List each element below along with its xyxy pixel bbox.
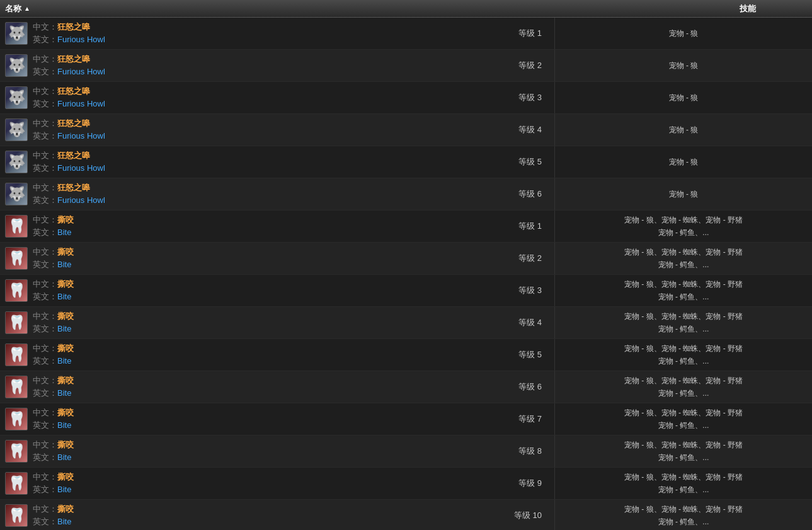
row-icon: 🐺 [5, 86, 28, 109]
row-level: 等级 2 [441, 60, 554, 71]
row-en-name: 英文：Bite [33, 420, 74, 431]
row-name-text: 中文：撕咬 英文：Bite [33, 407, 74, 431]
row-name-area: 🦷 中文：撕咬 英文：Bite [0, 435, 441, 467]
row-name-area: 🐺 中文：狂怒之嗥 英文：Furious Howl [0, 178, 441, 210]
row-icon: 🦷 [5, 279, 28, 302]
en-label: 英文： [33, 163, 57, 173]
en-value: Furious Howl [57, 131, 105, 141]
row-icon: 🦷 [5, 247, 28, 270]
table-row[interactable]: 🐺 中文：狂怒之嗥 英文：Furious Howl 等级 4 宠物 - 狼 [0, 114, 812, 146]
table-row[interactable]: 🐺 中文：狂怒之嗥 英文：Furious Howl 等级 6 宠物 - 狼 [0, 178, 812, 210]
row-icon: 🐺 [5, 118, 28, 141]
table-row[interactable]: 🦷 中文：撕咬 英文：Bite 等级 9 宠物 - 狼、宠物 - 蜘蛛、宠物 -… [0, 468, 812, 500]
en-value: Furious Howl [57, 163, 105, 173]
row-level: 等级 7 [441, 413, 554, 425]
row-name-text: 中文：撕咬 英文：Bite [33, 375, 74, 399]
zh-label: 中文： [33, 343, 57, 353]
row-name-text: 中文：撕咬 英文：Bite [33, 311, 74, 335]
zh-label: 中文： [33, 118, 57, 128]
row-en-name: 英文：Bite [33, 355, 74, 367]
row-zh-name: 中文：撕咬 [33, 246, 74, 258]
row-zh-name: 中文：撕咬 [33, 343, 74, 354]
row-en-name: 英文：Furious Howl [33, 130, 105, 142]
row-icon: 🐺 [5, 22, 28, 45]
row-level: 等级 6 [441, 188, 554, 200]
row-icon: 🦷 [5, 504, 28, 527]
row-skill: 宠物 - 狼 [555, 89, 812, 107]
header-name-label: 名称 [5, 3, 21, 14]
en-value: Furious Howl [57, 67, 105, 76]
row-name-text: 中文：撕咬 英文：Bite [33, 504, 74, 527]
row-name-area: 🦷 中文：撕咬 英文：Bite [0, 210, 441, 242]
table-row[interactable]: 🦷 中文：撕咬 英文：Bite 等级 2 宠物 - 狼、宠物 - 蜘蛛、宠物 -… [0, 243, 812, 275]
row-zh-name: 中文：撕咬 [33, 471, 74, 483]
header-name-col[interactable]: 名称 ▲ [0, 3, 683, 14]
row-level: 等级 9 [441, 478, 554, 489]
zh-value: 撕咬 [57, 504, 74, 514]
row-en-name: 英文：Bite [33, 452, 74, 463]
row-zh-name: 中文：狂怒之嗥 [33, 182, 105, 193]
header-skill-col: 技能 [683, 3, 812, 14]
en-value: Bite [57, 420, 71, 430]
en-value: Furious Howl [57, 99, 105, 108]
row-skill: 宠物 - 狼、宠物 - 蜘蛛、宠物 - 野猪宠物 - 鳄鱼、... [555, 211, 812, 242]
table-row[interactable]: 🦷 中文：撕咬 英文：Bite 等级 10 宠物 - 狼、宠物 - 蜘蛛、宠物 … [0, 500, 812, 530]
row-icon: 🦷 [5, 440, 28, 463]
table-row[interactable]: 🦷 中文：撕咬 英文：Bite 等级 3 宠物 - 狼、宠物 - 蜘蛛、宠物 -… [0, 275, 812, 307]
table-row[interactable]: 🐺 中文：狂怒之嗥 英文：Furious Howl 等级 1 宠物 - 狼 [0, 18, 812, 50]
en-value: Bite [57, 260, 71, 269]
row-zh-name: 中文：狂怒之嗥 [33, 86, 105, 97]
table-row[interactable]: 🦷 中文：撕咬 英文：Bite 等级 1 宠物 - 狼、宠物 - 蜘蛛、宠物 -… [0, 210, 812, 243]
row-level: 等级 5 [441, 156, 554, 168]
row-level: 等级 1 [441, 221, 554, 232]
row-skill: 宠物 - 狼 [555, 57, 812, 74]
row-zh-name: 中文：撕咬 [33, 407, 74, 418]
zh-label: 中文： [33, 215, 57, 224]
zh-label: 中文： [33, 408, 57, 417]
en-label: 英文： [33, 356, 57, 366]
main-table: 名称 ▲ 技能 🐺 中文：狂怒之嗥 英文：Furious Howl 等级 1 宠… [0, 0, 812, 530]
table-row[interactable]: 🦷 中文：撕咬 英文：Bite 等级 7 宠物 - 狼、宠物 - 蜘蛛、宠物 -… [0, 403, 812, 435]
row-name-text: 中文：撕咬 英文：Bite [33, 214, 74, 238]
row-name-area: 🐺 中文：狂怒之嗥 英文：Furious Howl [0, 50, 441, 81]
zh-label: 中文： [33, 151, 57, 160]
table-row[interactable]: 🦷 中文：撕咬 英文：Bite 等级 8 宠物 - 狼、宠物 - 蜘蛛、宠物 -… [0, 435, 812, 468]
row-zh-name: 中文：狂怒之嗥 [33, 150, 105, 161]
zh-value: 撕咬 [57, 311, 74, 321]
row-name-text: 中文：撕咬 英文：Bite [33, 439, 74, 463]
row-level: 等级 3 [441, 92, 554, 103]
table-row[interactable]: 🦷 中文：撕咬 英文：Bite 等级 6 宠物 - 狼、宠物 - 蜘蛛、宠物 -… [0, 371, 812, 403]
zh-label: 中文： [33, 504, 57, 514]
row-en-name: 英文：Bite [33, 227, 74, 238]
row-zh-name: 中文：撕咬 [33, 279, 74, 290]
table-row[interactable]: 🦷 中文：撕咬 英文：Bite 等级 4 宠物 - 狼、宠物 - 蜘蛛、宠物 -… [0, 307, 812, 339]
row-name-text: 中文：狂怒之嗥 英文：Furious Howl [33, 118, 105, 142]
table-row[interactable]: 🐺 中文：狂怒之嗥 英文：Furious Howl 等级 3 宠物 - 狼 [0, 82, 812, 114]
row-icon: 🐺 [5, 151, 28, 173]
table-row[interactable]: 🐺 中文：狂怒之嗥 英文：Furious Howl 等级 2 宠物 - 狼 [0, 50, 812, 82]
table-row[interactable]: 🐺 中文：狂怒之嗥 英文：Furious Howl 等级 5 宠物 - 狼 [0, 146, 812, 178]
zh-value: 狂怒之嗥 [57, 22, 90, 32]
row-skill: 宠物 - 狼、宠物 - 蜘蛛、宠物 - 野猪宠物 - 鳄鱼、... [555, 308, 812, 338]
row-level: 等级 10 [441, 510, 554, 521]
row-en-name: 英文：Bite [33, 259, 74, 270]
en-label: 英文： [33, 99, 57, 108]
table-header: 名称 ▲ 技能 [0, 0, 812, 18]
en-label: 英文： [33, 260, 57, 269]
row-icon: 🦷 [5, 472, 28, 495]
row-en-name: 英文：Furious Howl [33, 34, 105, 45]
en-value: Bite [57, 324, 71, 333]
table-row[interactable]: 🦷 中文：撕咬 英文：Bite 等级 5 宠物 - 狼、宠物 - 蜘蛛、宠物 -… [0, 339, 812, 371]
row-skill: 宠物 - 狼、宠物 - 蜘蛛、宠物 - 野猪宠物 - 鳄鱼、... [555, 500, 812, 530]
zh-value: 撕咬 [57, 408, 74, 417]
row-name-text: 中文：撕咬 英文：Bite [33, 343, 74, 367]
row-name-area: 🦷 中文：撕咬 英文：Bite [0, 275, 441, 306]
row-name-text: 中文：狂怒之嗥 英文：Furious Howl [33, 182, 105, 206]
row-zh-name: 中文：狂怒之嗥 [33, 21, 105, 33]
zh-value: 撕咬 [57, 472, 74, 481]
row-name-area: 🐺 中文：狂怒之嗥 英文：Furious Howl [0, 82, 441, 113]
zh-value: 狂怒之嗥 [57, 54, 90, 64]
en-value: Bite [57, 356, 71, 366]
zh-value: 狂怒之嗥 [57, 151, 90, 160]
en-value: Bite [57, 517, 71, 526]
